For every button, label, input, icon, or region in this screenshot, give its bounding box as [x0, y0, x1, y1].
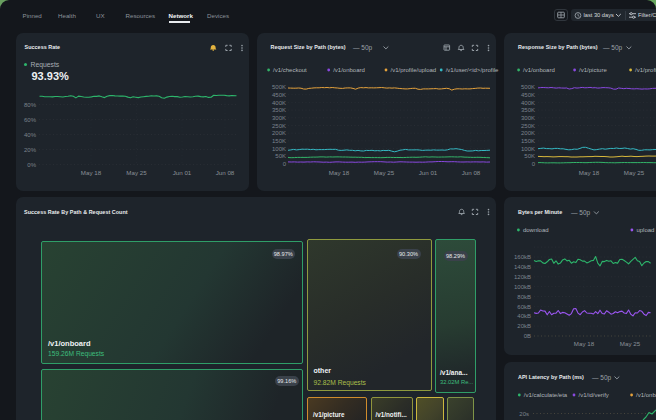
svg-text:Jun 01: Jun 01 — [173, 169, 192, 176]
svg-text:60kB: 60kB — [517, 304, 531, 310]
svg-text:200K: 200K — [521, 130, 535, 136]
svg-text:200K: 200K — [272, 130, 286, 136]
svg-text:May 18: May 18 — [579, 169, 600, 176]
svg-text:upload: upload — [636, 227, 654, 233]
svg-text:50K: 50K — [524, 153, 535, 159]
svg-text:May 25: May 25 — [374, 169, 395, 176]
svg-text:/v1/picture: /v1/picture — [579, 67, 607, 73]
svg-text:Jun 08: Jun 08 — [216, 169, 235, 176]
svg-text:0%: 0% — [27, 162, 36, 168]
svg-text:160kB: 160kB — [514, 254, 531, 260]
svg-text:300K: 300K — [272, 115, 286, 121]
svg-text:/v1/profile/upload: /v1/profile/upload — [391, 67, 437, 73]
svg-text:40kB: 40kB — [517, 313, 531, 319]
svg-text:May 18: May 18 — [574, 340, 595, 347]
svg-text:May 18: May 18 — [329, 169, 350, 176]
svg-text:/v1/onboard: /v1/onboard — [523, 67, 555, 73]
svg-text:May 18: May 18 — [81, 169, 102, 176]
svg-text:/v1/id/verify: /v1/id/verify — [579, 392, 609, 398]
svg-text:500K: 500K — [272, 84, 286, 90]
svg-text:140kB: 140kB — [514, 264, 531, 270]
svg-text:100kB: 100kB — [514, 284, 531, 290]
svg-text:Requests: Requests — [31, 61, 60, 69]
svg-text:0: 0 — [283, 161, 287, 167]
svg-text:20kB: 20kB — [517, 323, 531, 329]
svg-text:150K: 150K — [272, 138, 286, 144]
svg-text:250K: 250K — [521, 123, 535, 129]
svg-text:150K: 150K — [521, 138, 535, 144]
svg-text:/v1/onboard: /v1/onboard — [333, 67, 365, 73]
svg-text:20s: 20s — [519, 411, 529, 417]
svg-text:250K: 250K — [272, 123, 286, 129]
svg-text:download: download — [523, 227, 549, 233]
svg-text:300K: 300K — [521, 115, 535, 121]
svg-text:/v1/user/<id>/profile: /v1/user/<id>/profile — [446, 67, 499, 73]
svg-text:100K: 100K — [521, 146, 535, 152]
svg-text:93.93%: 93.93% — [32, 70, 70, 82]
svg-text:0B: 0B — [524, 333, 531, 339]
svg-text:May 25: May 25 — [624, 169, 645, 176]
svg-text:/v1/checkout: /v1/checkout — [273, 67, 307, 73]
svg-text:120kB: 120kB — [514, 274, 531, 280]
svg-text:450K: 450K — [521, 92, 535, 98]
svg-text:0: 0 — [532, 161, 536, 167]
svg-text:/v1/onbo: /v1/onbo — [636, 392, 656, 398]
svg-text:Jun 08: Jun 08 — [462, 169, 481, 176]
svg-text:350K: 350K — [272, 107, 286, 113]
svg-text:Jun 01: Jun 01 — [419, 169, 438, 176]
svg-text:80%: 80% — [24, 102, 37, 108]
svg-text:450K: 450K — [272, 92, 286, 98]
svg-text:May 25: May 25 — [620, 340, 641, 347]
svg-text:400K: 400K — [521, 100, 535, 106]
svg-text:80kB: 80kB — [517, 294, 531, 300]
svg-text:350K: 350K — [521, 107, 535, 113]
svg-text:400K: 400K — [272, 100, 286, 106]
svg-text:/v1/calculate/eta: /v1/calculate/eta — [524, 392, 568, 398]
svg-text:60%: 60% — [24, 117, 37, 123]
svg-text:500K: 500K — [521, 84, 535, 90]
svg-text:50K: 50K — [275, 153, 286, 159]
svg-text:/v1/profi: /v1/profi — [635, 67, 656, 73]
svg-text:20%: 20% — [24, 147, 37, 153]
svg-text:40%: 40% — [24, 132, 37, 138]
svg-text:100K: 100K — [272, 146, 286, 152]
svg-text:May 25: May 25 — [126, 169, 147, 176]
